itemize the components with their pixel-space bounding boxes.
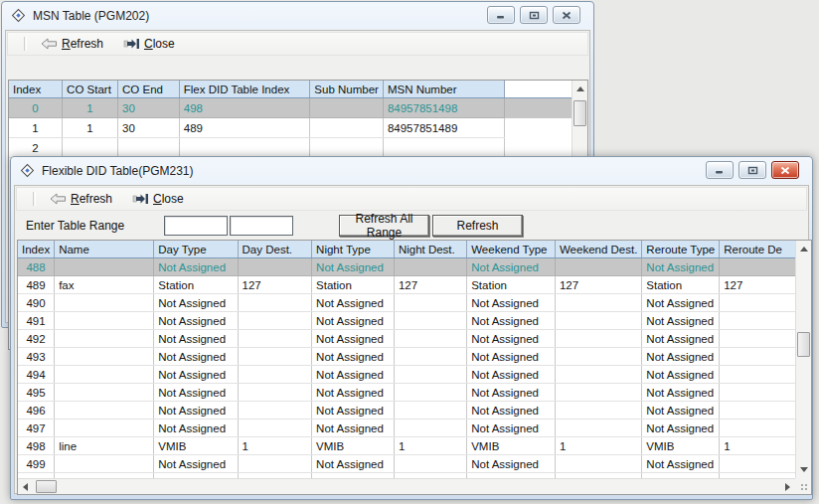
table-row[interactable]: 494Not AssignedNot AssignedNot AssignedN… (18, 366, 796, 384)
column-header[interactable]: Index (9, 81, 63, 98)
table-cell[interactable] (555, 330, 641, 348)
minimize-button[interactable] (706, 161, 734, 179)
table-cell[interactable]: 1 (63, 98, 118, 118)
maximize-button[interactable] (738, 161, 766, 179)
toolbar-grip[interactable] (24, 37, 27, 51)
scroll-up-button[interactable] (796, 241, 812, 256)
table-cell[interactable]: fax (55, 276, 154, 294)
table-cell[interactable] (394, 402, 466, 420)
table-cell[interactable]: Not Assigned (642, 348, 720, 366)
table-cell[interactable] (383, 138, 504, 158)
range-end-input[interactable] (230, 216, 293, 236)
table-cell[interactable]: Not Assigned (467, 402, 556, 420)
table-cell[interactable]: Not Assigned (312, 420, 395, 437)
table-cell[interactable] (238, 348, 312, 366)
scroll-thumb[interactable] (573, 100, 586, 126)
table-cell[interactable] (238, 402, 312, 420)
table-cell[interactable] (720, 348, 796, 366)
table-row[interactable]: 498lineVMIB1VMIB1VMIB1VMIB1 (18, 437, 796, 455)
table-cell[interactable] (394, 258, 466, 276)
column-header[interactable]: MSN Number (383, 81, 504, 98)
table-cell[interactable] (555, 402, 641, 420)
table-cell[interactable]: Station (642, 276, 720, 294)
table-cell[interactable] (504, 138, 573, 158)
refresh-button[interactable]: Refresh (50, 192, 112, 206)
table-row[interactable]: 495Not AssignedNot AssignedNot AssignedN… (18, 384, 796, 402)
table-cell[interactable]: 499 (18, 455, 55, 473)
table-row[interactable]: 2 (9, 138, 573, 158)
table-cell[interactable]: Not Assigned (467, 420, 556, 437)
table-cell[interactable]: 30 (118, 98, 180, 118)
table-cell[interactable]: Not Assigned (154, 294, 238, 312)
table-cell[interactable] (555, 366, 641, 384)
table-cell[interactable]: 1 (555, 437, 641, 455)
table-cell[interactable]: 127 (720, 276, 796, 294)
table-cell[interactable]: Not Assigned (154, 402, 238, 420)
close-button[interactable] (553, 6, 580, 24)
table-row[interactable]: 013049884957851498 (9, 98, 573, 118)
table-cell[interactable]: Not Assigned (312, 294, 395, 312)
table-cell[interactable] (720, 294, 796, 312)
table-cell[interactable]: 30 (118, 118, 180, 138)
table-cell[interactable]: Not Assigned (312, 330, 395, 348)
table-row[interactable]: 492Not AssignedNot AssignedNot AssignedN… (18, 330, 796, 348)
table-cell[interactable] (504, 118, 573, 138)
column-header[interactable]: Night Dest. (394, 241, 466, 258)
column-header[interactable]: Index (18, 241, 55, 258)
table-cell[interactable]: Not Assigned (642, 366, 720, 384)
table-cell[interactable] (63, 138, 118, 158)
table-cell[interactable]: Station (312, 276, 395, 294)
table-cell[interactable]: Not Assigned (467, 455, 556, 473)
table-cell[interactable]: 127 (238, 276, 312, 294)
table-cell[interactable] (394, 420, 466, 437)
table-cell[interactable]: 491 (18, 312, 55, 330)
scroll-left-button[interactable] (18, 479, 34, 495)
table-cell[interactable]: Not Assigned (642, 258, 720, 276)
table-cell[interactable]: 498 (179, 98, 310, 118)
table-cell[interactable]: Not Assigned (154, 330, 238, 348)
table-cell[interactable] (238, 294, 312, 312)
maximize-button[interactable] (520, 6, 548, 24)
table-cell[interactable] (555, 258, 641, 276)
table-cell[interactable]: 490 (18, 294, 55, 312)
table-cell[interactable] (394, 455, 466, 473)
table-cell[interactable]: 1 (9, 118, 63, 138)
column-header[interactable]: Reroute De (720, 241, 796, 258)
table-row[interactable]: 113048984957851489 (9, 118, 573, 138)
table-cell[interactable] (720, 402, 796, 420)
table-cell[interactable]: 489 (179, 118, 310, 138)
scroll-thumb[interactable] (36, 480, 57, 493)
scroll-down-button[interactable] (796, 462, 812, 478)
table-cell[interactable]: Not Assigned (154, 420, 238, 437)
table-cell[interactable] (555, 294, 641, 312)
did-titlebar[interactable]: Flexible DID Table(PGM231) (11, 157, 812, 184)
table-cell[interactable]: Not Assigned (642, 455, 720, 473)
table-row[interactable]: 499Not AssignedNot AssignedNot AssignedN… (18, 455, 796, 473)
column-header[interactable]: Weekend Dest. (555, 241, 641, 258)
close-button[interactable] (771, 161, 799, 179)
table-cell[interactable]: 84957851498 (383, 98, 504, 118)
table-cell[interactable] (55, 384, 154, 402)
scroll-thumb[interactable] (797, 332, 810, 357)
column-header[interactable]: Day Type (154, 241, 238, 258)
table-cell[interactable] (720, 312, 796, 330)
range-start-input[interactable] (164, 216, 228, 236)
column-header[interactable]: Name (55, 241, 154, 258)
table-cell[interactable] (238, 258, 312, 276)
table-cell[interactable] (55, 348, 154, 366)
column-header[interactable]: Day Dest. (238, 241, 312, 258)
table-cell[interactable] (55, 402, 154, 420)
table-cell[interactable]: Station (154, 276, 238, 294)
close-toolbar-button[interactable]: Close (132, 192, 184, 206)
table-cell[interactable] (394, 384, 466, 402)
table-cell[interactable]: VMIB (467, 437, 556, 455)
table-cell[interactable]: 492 (18, 330, 55, 348)
table-cell[interactable]: Not Assigned (154, 258, 238, 276)
table-cell[interactable] (55, 330, 154, 348)
column-header[interactable] (504, 81, 573, 98)
table-cell[interactable]: 1 (394, 437, 466, 455)
table-row[interactable]: 490Not AssignedNot AssignedNot AssignedN… (18, 294, 796, 312)
table-cell[interactable] (55, 294, 154, 312)
table-cell[interactable]: Not Assigned (154, 455, 238, 473)
scroll-right-button[interactable] (779, 479, 795, 495)
